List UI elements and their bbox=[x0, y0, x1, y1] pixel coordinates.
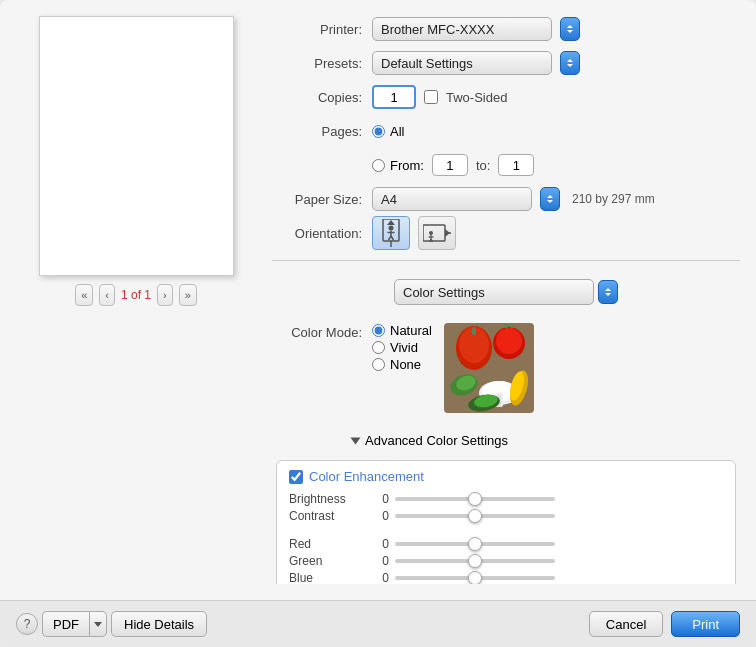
advanced-color-box: Color Enhancement Brightness 0 Contrast … bbox=[276, 460, 736, 584]
color-mode-options: Natural Vivid None bbox=[372, 323, 432, 372]
color-vivid-label: Vivid bbox=[390, 340, 418, 355]
contrast-label: Contrast bbox=[289, 509, 369, 523]
copies-row: Copies: Two-Sided bbox=[272, 84, 740, 110]
landscape-icon bbox=[423, 222, 451, 244]
svg-rect-8 bbox=[423, 225, 445, 241]
presets-select-wrapper: Default Settings bbox=[372, 51, 552, 75]
advanced-toggle-icon bbox=[351, 437, 361, 444]
prev-page-button[interactable]: ‹ bbox=[99, 284, 115, 306]
footer: ? PDF Hide Details Cancel Print bbox=[0, 600, 756, 647]
last-page-button[interactable]: » bbox=[179, 284, 197, 306]
pdf-button[interactable]: PDF bbox=[42, 611, 89, 637]
printer-down-arrow bbox=[567, 30, 573, 33]
copies-control: Two-Sided bbox=[372, 85, 740, 109]
hide-details-button[interactable]: Hide Details bbox=[111, 611, 207, 637]
color-none-radio[interactable] bbox=[372, 358, 385, 371]
presets-control: Default Settings bbox=[372, 51, 740, 75]
svg-line-7 bbox=[391, 236, 394, 240]
pdf-dropdown-button[interactable] bbox=[89, 611, 107, 637]
printer-select-wrapper: Brother MFC-XXXX bbox=[372, 17, 552, 41]
presets-stepper[interactable] bbox=[560, 51, 580, 75]
first-page-button[interactable]: « bbox=[75, 284, 93, 306]
red-row: Red 0 bbox=[289, 537, 723, 551]
green-slider[interactable] bbox=[395, 559, 555, 563]
print-button[interactable]: Print bbox=[671, 611, 740, 637]
printer-stepper[interactable] bbox=[560, 17, 580, 41]
orientation-control bbox=[372, 216, 740, 250]
pdf-dropdown-arrow bbox=[94, 622, 102, 627]
page-preview bbox=[39, 16, 234, 276]
paper-size-row: Paper Size: A4 Letter Legal 210 by 297 m… bbox=[272, 186, 740, 212]
blue-value: 0 bbox=[369, 571, 389, 584]
printer-select[interactable]: Brother MFC-XXXX bbox=[372, 17, 552, 41]
pages-to-input[interactable] bbox=[498, 154, 534, 176]
red-label: Red bbox=[289, 537, 369, 551]
enhancement-row: Color Enhancement bbox=[289, 469, 723, 484]
contrast-value: 0 bbox=[369, 509, 389, 523]
footer-left: ? PDF Hide Details bbox=[16, 611, 581, 637]
page-navigation: « ‹ 1 of 1 › » bbox=[75, 284, 197, 306]
red-value: 0 bbox=[369, 537, 389, 551]
color-none-label: None bbox=[390, 357, 421, 372]
green-value: 0 bbox=[369, 554, 389, 568]
blue-slider[interactable] bbox=[395, 576, 555, 580]
pages-from-radio[interactable] bbox=[372, 159, 385, 172]
red-slider[interactable] bbox=[395, 542, 555, 546]
green-label: Green bbox=[289, 554, 369, 568]
two-sided-checkbox[interactable] bbox=[424, 90, 438, 104]
pages-from-input[interactable] bbox=[432, 154, 468, 176]
advanced-color-header[interactable]: Advanced Color Settings bbox=[352, 433, 740, 448]
printer-control: Brother MFC-XXXX bbox=[372, 17, 740, 41]
pages-from-label: From: bbox=[390, 158, 424, 173]
svg-marker-10 bbox=[445, 229, 450, 237]
color-settings-select[interactable]: Color Settings Quality & Media bbox=[394, 279, 594, 305]
cancel-button[interactable]: Cancel bbox=[589, 611, 663, 637]
paper-size-select-wrapper: A4 Letter Legal bbox=[372, 187, 532, 211]
color-vivid-radio[interactable] bbox=[372, 341, 385, 354]
paper-size-label: Paper Size: bbox=[272, 192, 372, 207]
svg-point-11 bbox=[429, 231, 433, 235]
paper-size-select[interactable]: A4 Letter Legal bbox=[372, 187, 532, 211]
orientation-label: Orientation: bbox=[272, 226, 372, 241]
printer-label: Printer: bbox=[272, 22, 372, 37]
color-settings-up-arrow bbox=[605, 288, 611, 291]
copies-input[interactable] bbox=[372, 85, 416, 109]
presets-select[interactable]: Default Settings bbox=[372, 51, 552, 75]
help-button[interactable]: ? bbox=[16, 613, 38, 635]
color-natural-radio[interactable] bbox=[372, 324, 385, 337]
pages-all-row: All bbox=[372, 124, 404, 139]
pages-to-label: to: bbox=[476, 158, 490, 173]
pages-from-row: From: to: bbox=[272, 152, 740, 178]
pages-all-radio[interactable] bbox=[372, 125, 385, 138]
next-page-button[interactable]: › bbox=[157, 284, 173, 306]
color-settings-stepper[interactable] bbox=[598, 280, 618, 304]
presets-up-arrow bbox=[567, 59, 573, 62]
print-dialog: « ‹ 1 of 1 › » Printer: Brother MFC-XXXX bbox=[0, 0, 756, 647]
svg-point-3 bbox=[389, 226, 394, 231]
portrait-icon bbox=[380, 219, 402, 247]
portrait-button[interactable] bbox=[372, 216, 410, 250]
divider bbox=[272, 260, 740, 261]
color-preview-image bbox=[444, 323, 534, 413]
brightness-slider[interactable] bbox=[395, 497, 555, 501]
color-none-row: None bbox=[372, 357, 432, 372]
pages-label: Pages: bbox=[272, 124, 372, 139]
landscape-button[interactable] bbox=[418, 216, 456, 250]
brightness-row: Brightness 0 bbox=[289, 492, 723, 506]
brightness-value: 0 bbox=[369, 492, 389, 506]
color-enhancement-checkbox[interactable] bbox=[289, 470, 303, 484]
color-natural-label: Natural bbox=[390, 323, 432, 338]
svg-point-21 bbox=[496, 328, 522, 354]
contrast-slider[interactable] bbox=[395, 514, 555, 518]
svg-marker-2 bbox=[387, 220, 395, 225]
page-count: 1 of 1 bbox=[121, 288, 151, 302]
brightness-label: Brightness bbox=[289, 492, 369, 506]
color-settings-row: Color Settings Quality & Media bbox=[272, 279, 740, 305]
contrast-row: Contrast 0 bbox=[289, 509, 723, 523]
paper-size-stepper[interactable] bbox=[540, 187, 560, 211]
two-sided-label: Two-Sided bbox=[446, 90, 507, 105]
footer-right: Cancel Print bbox=[589, 611, 740, 637]
pdf-group: PDF bbox=[42, 611, 107, 637]
pages-control: All bbox=[372, 124, 740, 139]
color-settings-down-arrow bbox=[605, 293, 611, 296]
